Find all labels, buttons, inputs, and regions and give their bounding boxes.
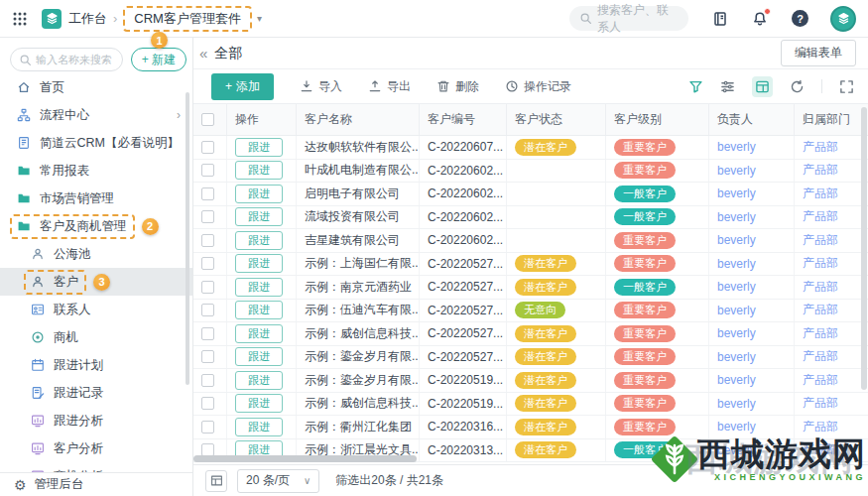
knowledge-book-icon[interactable] bbox=[712, 11, 728, 27]
card-view-button[interactable] bbox=[752, 76, 773, 97]
chevron-down-icon[interactable]: ▾ bbox=[257, 13, 262, 24]
sidebar-item[interactable]: 常用报表 bbox=[0, 157, 192, 185]
sidebar-item[interactable]: 客户分析 bbox=[0, 434, 192, 462]
department-link[interactable]: 产品部 bbox=[803, 186, 838, 202]
department-link[interactable]: 产品部 bbox=[803, 302, 838, 318]
row-checkbox[interactable] bbox=[201, 304, 214, 316]
owner-link[interactable]: beverly bbox=[717, 326, 756, 340]
column-header[interactable]: 客户名称 bbox=[297, 104, 420, 135]
sidebar-item[interactable]: 简道云CRM【必看说明】 bbox=[0, 129, 192, 157]
department-link[interactable]: 产品部 bbox=[803, 325, 838, 342]
owner-link[interactable]: beverly bbox=[717, 350, 756, 364]
sidebar-item[interactable]: 公海池 bbox=[0, 240, 192, 268]
admin-backend-button[interactable]: ⚙ 管理后台 bbox=[0, 472, 192, 496]
follow-up-button[interactable]: 跟进 bbox=[235, 254, 283, 273]
follow-up-button[interactable]: 跟进 bbox=[235, 207, 283, 226]
row-checkbox[interactable] bbox=[201, 164, 214, 177]
filter-button[interactable] bbox=[688, 79, 703, 94]
department-link[interactable]: 产品部 bbox=[803, 232, 838, 249]
department-link[interactable]: 产品部 bbox=[803, 139, 838, 156]
column-header[interactable]: 归属部门 bbox=[795, 104, 868, 135]
owner-link[interactable]: beverly bbox=[717, 233, 756, 247]
row-checkbox[interactable] bbox=[201, 187, 214, 200]
customer-name[interactable]: 吉星建筑有限公司 bbox=[305, 232, 400, 249]
add-button[interactable]: +添加 bbox=[211, 73, 274, 100]
export-button[interactable]: 导出 bbox=[368, 78, 411, 95]
follow-up-button[interactable]: 跟进 bbox=[235, 394, 283, 413]
row-checkbox[interactable] bbox=[201, 210, 214, 223]
sidebar-search-input[interactable]: 输入名称来搜索 bbox=[10, 48, 123, 71]
owner-link[interactable]: beverly bbox=[717, 257, 756, 271]
row-checkbox[interactable] bbox=[201, 374, 214, 387]
row-checkbox[interactable] bbox=[201, 327, 214, 340]
department-link[interactable]: 产品部 bbox=[803, 372, 838, 389]
department-link[interactable]: 产品部 bbox=[803, 255, 838, 272]
department-link[interactable]: 产品部 bbox=[803, 395, 838, 412]
row-checkbox[interactable] bbox=[201, 234, 214, 247]
department-link[interactable]: 产品部 bbox=[803, 441, 838, 458]
sidebar-item[interactable]: 客户3 bbox=[0, 268, 192, 296]
customer-name[interactable]: 示例：伍迪汽车有限... bbox=[305, 302, 419, 318]
sidebar-collapse-toggle[interactable]: « bbox=[195, 45, 211, 62]
department-link[interactable]: 产品部 bbox=[803, 162, 838, 179]
follow-up-button[interactable]: 跟进 bbox=[235, 371, 283, 390]
app-name[interactable]: 工作台 bbox=[68, 10, 107, 28]
new-record-button[interactable]: + 新建 bbox=[131, 48, 186, 71]
operation-log-button[interactable]: 操作记录 bbox=[505, 78, 571, 95]
refresh-button[interactable] bbox=[790, 79, 805, 94]
workbench-app-icon[interactable] bbox=[42, 9, 62, 29]
follow-up-button[interactable]: 跟进 bbox=[235, 161, 283, 180]
select-all-checkbox[interactable] bbox=[201, 113, 214, 126]
customer-name[interactable]: 示例：威创信息科技... bbox=[305, 325, 419, 342]
row-checkbox[interactable] bbox=[201, 397, 214, 410]
sidebar-item[interactable]: 商机分析 bbox=[0, 462, 192, 472]
customer-name[interactable]: 示例：南京元酒药业 bbox=[305, 279, 412, 296]
import-button[interactable]: 导入 bbox=[300, 78, 342, 95]
page-size-select[interactable]: 20 条/页∨ bbox=[237, 469, 319, 493]
horizontal-scrollbar[interactable] bbox=[193, 455, 417, 462]
sidebar-item[interactable]: 商机 bbox=[0, 323, 192, 351]
edit-form-button[interactable]: 编辑表单 bbox=[781, 40, 856, 66]
customer-name[interactable]: 流域投资有限公司 bbox=[305, 208, 400, 225]
row-checkbox[interactable] bbox=[201, 257, 214, 270]
owner-link[interactable]: beverly bbox=[717, 373, 756, 387]
customer-name[interactable]: 示例：鎏金岁月有限... bbox=[305, 348, 419, 365]
owner-link[interactable]: beverly bbox=[717, 164, 756, 178]
notification-bell-icon[interactable] bbox=[752, 11, 768, 27]
column-header[interactable]: 客户状态 bbox=[507, 104, 606, 135]
row-checkbox[interactable] bbox=[201, 281, 214, 294]
column-header[interactable]: 客户编号 bbox=[420, 104, 507, 135]
customer-name[interactable]: 达孜帜软软件有限公... bbox=[305, 139, 419, 156]
row-checkbox[interactable] bbox=[201, 350, 214, 363]
sort-settings-button[interactable] bbox=[720, 79, 735, 94]
follow-up-button[interactable]: 跟进 bbox=[235, 324, 283, 343]
global-search-input[interactable]: 搜索客户、联系人 bbox=[569, 6, 688, 31]
department-link[interactable]: 产品部 bbox=[803, 279, 838, 296]
owner-link[interactable]: beverly bbox=[717, 210, 756, 224]
vertical-scrollbar[interactable] bbox=[861, 107, 867, 390]
follow-up-button[interactable]: 跟进 bbox=[235, 185, 283, 203]
follow-up-button[interactable]: 跟进 bbox=[235, 301, 283, 319]
column-header[interactable]: 客户级别 bbox=[606, 104, 709, 135]
owner-link[interactable]: beverly bbox=[717, 186, 756, 200]
sidebar-item[interactable]: 市场营销管理 bbox=[0, 185, 192, 212]
follow-up-button[interactable]: 跟进 bbox=[235, 231, 283, 250]
sidebar-item[interactable]: 跟进计划 bbox=[0, 351, 192, 379]
sidebar-scrollbar[interactable] bbox=[186, 92, 189, 385]
help-button[interactable]: ? bbox=[792, 10, 808, 27]
owner-link[interactable]: beverly bbox=[717, 280, 756, 294]
follow-up-button[interactable]: 跟进 bbox=[235, 418, 283, 436]
customer-name[interactable]: 示例：威创信息科技... bbox=[305, 395, 419, 412]
owner-link[interactable]: beverly bbox=[717, 443, 756, 457]
customer-name[interactable]: 启明电子有限公司 bbox=[305, 186, 400, 202]
follow-up-button[interactable]: 跟进 bbox=[235, 347, 283, 366]
app-switcher[interactable]: CRM客户管理套件 bbox=[123, 6, 252, 32]
row-checkbox[interactable] bbox=[201, 141, 214, 154]
column-header[interactable]: 操作 bbox=[227, 104, 297, 135]
fullscreen-button[interactable] bbox=[839, 79, 854, 94]
view-toggle-button[interactable] bbox=[205, 470, 227, 492]
avatar[interactable] bbox=[830, 6, 856, 32]
column-header[interactable]: 负责人 bbox=[709, 104, 795, 135]
owner-link[interactable]: beverly bbox=[717, 140, 756, 154]
sidebar-item[interactable]: 流程中心 › bbox=[0, 101, 192, 129]
